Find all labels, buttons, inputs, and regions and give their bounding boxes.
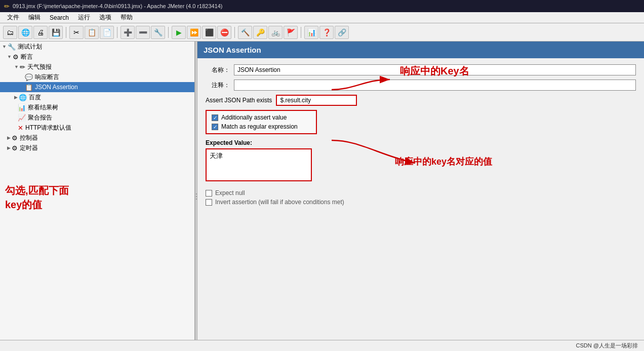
arrow-controller: ▶ — [7, 135, 11, 140]
label-tianqi: 天气预报 — [27, 63, 52, 71]
menu-run[interactable]: 运行 — [74, 12, 94, 23]
toolbar-remove-btn[interactable]: ➖ — [136, 26, 150, 39]
label-http: HTTP请求默认值 — [25, 124, 71, 132]
arrow-timer: ▶ — [7, 145, 11, 150]
toolbar-sep-1 — [66, 27, 66, 38]
checkbox-match-label: Match as regular expression — [221, 123, 298, 130]
title-icon: ✏ — [4, 3, 10, 10]
annotation-left: 勾选,匹配下面 key的值 — [5, 183, 189, 212]
icon-timer: ⚙ — [12, 144, 18, 152]
sidebar-item-controller[interactable]: ▶ ⚙ 控制器 — [0, 133, 194, 143]
label-xiangying: 响应断言 — [35, 73, 59, 82]
toolbar-flag-btn[interactable]: 🚩 — [284, 26, 298, 39]
toolbar-link-btn[interactable]: 🔗 — [335, 26, 349, 39]
toolbar-add-btn[interactable]: ➕ — [120, 26, 135, 39]
name-row: 名称： — [206, 64, 636, 75]
sidebar-item-http[interactable]: ✕ HTTP请求默认值 — [0, 123, 194, 133]
sidebar-item-testplan[interactable]: ▼ 🔧 测试计划 — [0, 42, 194, 52]
arrow-chakan — [14, 105, 17, 110]
expected-textarea[interactable]: 天津 — [206, 148, 312, 181]
icon-testplan: 🔧 — [8, 43, 16, 51]
icon-baidu: 🌐 — [19, 94, 27, 101]
label-juhebao: 聚合报告 — [28, 113, 52, 122]
toolbar-cut-btn[interactable]: ✂ — [69, 26, 84, 39]
toolbar-print-btn[interactable]: 🖨 — [33, 26, 48, 39]
icon-juhebao: 📈 — [18, 114, 26, 122]
toolbar-sep-2 — [117, 27, 117, 38]
icon-jsonassertion: 📋 — [25, 84, 33, 91]
sidebar-item-xiangying[interactable]: 💬 响应断言 — [0, 72, 194, 82]
toolbar-remote-btn[interactable]: 🌐 — [18, 26, 32, 39]
toolbar-sep-5 — [301, 27, 301, 38]
toolbar-new-btn[interactable]: 🗂 — [3, 26, 17, 39]
checkbox-additionally[interactable]: ✓ — [212, 114, 218, 121]
comment-row: 注释： — [206, 80, 636, 91]
comment-input[interactable] — [234, 80, 636, 91]
toolbar-stop-all-btn[interactable]: ⛔ — [217, 26, 231, 39]
toolbar-help-btn[interactable]: ❓ — [319, 26, 334, 39]
label-baidu: 百度 — [29, 93, 41, 102]
title-text: 0913.jmx (F:\jmeter\apache-jmeter-4.0\bi… — [13, 3, 223, 9]
content-panel: JSON Assertion 名称： 注释： Assert JSON Path … — [197, 42, 644, 351]
bottom-bar: CSDN @人生是一场彩排 — [0, 340, 644, 351]
icon-controller: ⚙ — [12, 134, 18, 142]
toolbar-sep-3 — [168, 27, 169, 38]
sidebar-item-timer[interactable]: ▶ ⚙ 定时器 — [0, 143, 194, 153]
main-layout: ▼ 🔧 测试计划 ▼ ⚙ 断言 ▼ ✏ 天气预报 💬 响应断言 📋 JSON A… — [0, 42, 644, 351]
checkbox-match-row: ✓ Match as regular expression — [212, 123, 311, 130]
sidebar-item-baidu[interactable]: ▶ 🌐 百度 — [0, 92, 194, 102]
toolbar-chart-btn[interactable]: 📊 — [304, 26, 318, 39]
label-duanyan: 断言 — [21, 53, 33, 61]
checkbox-expect-null[interactable] — [206, 190, 212, 197]
checkbox-additionally-label: Additionally assert value — [221, 114, 287, 121]
sidebar-item-juhebao[interactable]: 📈 聚合报告 — [0, 112, 194, 123]
assert-row: Assert JSON Path exists — [206, 95, 636, 106]
name-label: 名称： — [206, 66, 230, 74]
expect-null-label: Expect null — [215, 189, 245, 197]
bottom-text: CSDN @人生是一场彩排 — [576, 342, 638, 349]
toolbar-run-btn[interactable]: ▶ — [172, 26, 186, 39]
menu-options[interactable]: 选项 — [95, 12, 115, 23]
toolbar-key-btn[interactable]: 🔑 — [253, 26, 267, 39]
assert-input[interactable] — [276, 95, 357, 106]
toolbar-tools-btn[interactable]: 🔨 — [238, 26, 252, 39]
icon-http: ✕ — [18, 124, 23, 132]
label-testplan: 测试计划 — [18, 43, 42, 51]
invert-label: Invert assertion (will fail if above con… — [215, 199, 344, 206]
checkbox-group: ✓ Additionally assert value ✓ Match as r… — [206, 110, 317, 134]
toolbar-stop-btn[interactable]: ⬛ — [202, 26, 216, 39]
icon-chakan: 📊 — [18, 104, 26, 111]
sidebar-item-tianqi[interactable]: ▼ ✏ 天气预报 — [0, 62, 194, 72]
icon-tianqi: ✏ — [20, 63, 25, 71]
sidebar-item-duanyan[interactable]: ▼ ⚙ 断言 — [0, 52, 194, 62]
menu-help[interactable]: 帮助 — [116, 12, 137, 23]
sidebar-item-jsonassertion[interactable]: 📋 JSON Assertion — [0, 82, 194, 92]
menu-edit[interactable]: 编辑 — [24, 12, 45, 23]
label-jsonassertion: JSON Assertion — [35, 84, 78, 91]
label-timer: 定时器 — [20, 144, 38, 152]
toolbar-copy-btn[interactable]: 📋 — [85, 26, 99, 39]
toolbar-start-btn[interactable]: ⏩ — [187, 26, 201, 39]
arrow-http — [14, 125, 17, 130]
arrow-jsonassertion — [21, 85, 24, 90]
checkbox-match[interactable]: ✓ — [212, 124, 218, 130]
arrow-tianqi: ▼ — [14, 64, 19, 69]
assert-label: Assert JSON Path exists — [206, 97, 272, 104]
title-bar: ✏ 0913.jmx (F:\jmeter\apache-jmeter-4.0\… — [0, 0, 644, 12]
menu-search[interactable]: Search — [46, 13, 73, 22]
toolbar-paste-btn[interactable]: 📄 — [100, 26, 114, 39]
toolbar-save-btn[interactable]: 💾 — [49, 26, 63, 39]
form-area: 名称： 注释： Assert JSON Path exists ✓ Additi… — [197, 58, 644, 212]
bottom-checkboxes: Expect null Invert assertion (will fail … — [206, 189, 636, 206]
invert-row: Invert assertion (will fail if above con… — [206, 199, 636, 206]
menu-file[interactable]: 文件 — [3, 12, 23, 23]
sidebar-item-chakan[interactable]: 📊 察看结果树 — [0, 102, 194, 112]
comment-label: 注释： — [206, 81, 230, 90]
checkbox-invert[interactable] — [206, 199, 212, 206]
expect-null-row: Expect null — [206, 189, 636, 197]
arrow-testplan: ▼ — [2, 44, 7, 49]
name-input[interactable] — [234, 64, 636, 75]
label-chakan: 察看结果树 — [28, 103, 58, 112]
toolbar-config-btn[interactable]: 🔧 — [151, 26, 165, 39]
toolbar-cycle-btn[interactable]: 🚲 — [268, 26, 283, 39]
